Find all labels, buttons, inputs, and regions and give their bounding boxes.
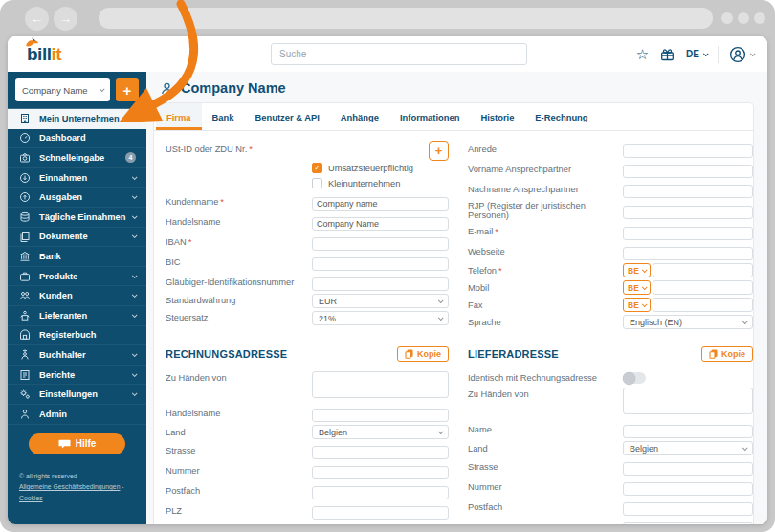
country-code-select[interactable]: BE xyxy=(623,298,651,312)
vorname-input[interactable] xyxy=(623,165,753,178)
plz-input[interactable] xyxy=(312,506,449,520)
mobil-input[interactable] xyxy=(653,280,753,295)
sidebar-item-label: Dashboard xyxy=(39,133,86,143)
copy-button-label: Kopie xyxy=(721,349,745,359)
tab-firma[interactable]: Firma xyxy=(156,103,202,130)
sidebar-item-label: Admin xyxy=(39,410,67,419)
country-code-select[interactable]: BE xyxy=(623,280,651,295)
copy-billing-button[interactable]: Kopie xyxy=(397,346,449,362)
chevron-down-icon xyxy=(132,371,138,377)
account-menu[interactable] xyxy=(729,46,754,63)
sidebar-item-berichte[interactable]: Berichte xyxy=(8,366,146,386)
sidebar-item-kunden[interactable]: Kunden xyxy=(8,286,146,306)
tab-e-rechnung[interactable]: E-Rechnung xyxy=(524,103,598,130)
identical-address-toggle[interactable] xyxy=(623,372,646,384)
tab-informationen[interactable]: Informationen xyxy=(389,103,471,130)
tab-historie[interactable]: Historie xyxy=(470,103,524,130)
anrede-input[interactable] xyxy=(623,144,753,158)
strasse-liefer-input[interactable] xyxy=(623,462,753,476)
search-input[interactable] xyxy=(271,43,527,65)
sidebar-item-admin[interactable]: Admin xyxy=(8,405,146,425)
land-liefer-select[interactable]: Belgien xyxy=(623,441,753,455)
sidebar-item-label: Ausgaben xyxy=(39,192,82,202)
handelsname-input[interactable] xyxy=(312,217,449,231)
checkbox-checked-icon[interactable] xyxy=(312,163,322,173)
standardwaehrung-select[interactable]: EUR xyxy=(312,294,449,308)
plus-icon: + xyxy=(435,144,443,158)
nummer-liefer-input[interactable] xyxy=(623,482,753,496)
sidebar-item-label: Registerbuch xyxy=(39,330,96,340)
field-bic: BIC xyxy=(166,254,449,271)
sprache-select[interactable]: Englisch (EN) xyxy=(623,315,753,329)
tab-anhaenge[interactable]: Anhänge xyxy=(330,103,389,130)
window-dot-icon[interactable] xyxy=(754,12,765,24)
copy-shipping-button[interactable]: Kopie xyxy=(701,346,753,362)
window-dot-icon[interactable] xyxy=(738,12,749,24)
chevron-down-icon xyxy=(642,301,648,307)
cookies-link[interactable]: Cookies xyxy=(19,495,43,501)
sidebar-nav: Mein Unternehmen Dashboard Schnelleingab… xyxy=(8,109,146,425)
checkbox-unchecked-icon[interactable] xyxy=(312,178,322,188)
accountant-icon xyxy=(19,349,31,361)
sidebar-item-einstellungen[interactable]: Einstellungen xyxy=(8,385,146,405)
sidebar-item-ausgaben[interactable]: Ausgaben xyxy=(8,188,146,208)
bic-input[interactable] xyxy=(312,257,449,271)
add-company-button[interactable]: + xyxy=(116,78,139,101)
steuersatz-select[interactable]: 21% xyxy=(312,311,449,325)
strasse-input[interactable] xyxy=(312,446,449,459)
sidebar-item-produkte[interactable]: Produkte xyxy=(8,267,146,287)
sidebar-item-mein-unternehmen[interactable]: Mein Unternehmen xyxy=(8,109,146,129)
handelsname-rechnung-input[interactable] xyxy=(312,409,449,422)
sidebar-item-einnahmen[interactable]: Einnahmen xyxy=(8,168,146,188)
language-selector[interactable]: DE xyxy=(686,49,707,59)
zu-haenden-von-liefer-textarea[interactable] xyxy=(623,388,753,414)
nummer-input[interactable] xyxy=(312,466,449,479)
nachname-input[interactable] xyxy=(623,185,753,198)
tab-benutzer-api[interactable]: Benutzer & API xyxy=(244,103,329,130)
zu-haenden-von-textarea[interactable] xyxy=(312,371,449,398)
sidebar-item-registerbuch[interactable]: Registerbuch xyxy=(8,326,146,346)
sidebar-item-label: Kunden xyxy=(39,291,73,300)
gift-icon[interactable] xyxy=(659,47,675,62)
sidebar-item-bank[interactable]: Bank xyxy=(8,247,146,267)
sidebar-item-schnelleingabe[interactable]: Schnelleingabe 4 xyxy=(8,148,146,168)
webseite-input[interactable] xyxy=(623,247,753,260)
help-button[interactable]: Hilfe xyxy=(29,433,125,454)
iban-input[interactable] xyxy=(312,237,449,251)
browser-back-button[interactable]: ← xyxy=(25,7,49,31)
sidebar-item-taegliche-einnahmen[interactable]: Tägliche Einnahmen xyxy=(8,208,146,228)
land-select[interactable]: Belgien xyxy=(312,425,449,439)
rjp-input[interactable] xyxy=(623,206,753,219)
browser-forward-button[interactable]: → xyxy=(54,7,78,31)
telefon-input[interactable] xyxy=(653,263,753,277)
star-icon[interactable]: ☆ xyxy=(636,47,649,61)
kundenname-input[interactable] xyxy=(312,197,449,211)
chevron-down-icon xyxy=(132,194,138,200)
postfach-liefer-input[interactable] xyxy=(623,502,753,516)
glaeubiger-id-input[interactable] xyxy=(312,277,449,291)
name-liefer-input[interactable] xyxy=(623,425,753,438)
sidebar-item-buchhalter[interactable]: Buchhalter xyxy=(8,345,146,366)
country-code-select[interactable]: BE xyxy=(623,263,651,277)
field-handelsname-rechnung: Handelsname xyxy=(166,405,449,422)
sidebar-item-dokumente[interactable]: Dokumente xyxy=(8,228,146,248)
field-strasse-liefer: Strasse xyxy=(468,458,753,476)
tab-bank[interactable]: Bank xyxy=(202,103,245,130)
sidebar-item-lieferanten[interactable]: Lieferanten xyxy=(8,306,146,326)
email-input[interactable] xyxy=(623,227,753,240)
plz-liefer-input[interactable] xyxy=(623,522,753,524)
field-steuersatz: Steuersatz 21% xyxy=(166,311,449,325)
fax-input[interactable] xyxy=(653,298,753,312)
company-select[interactable]: Company Name xyxy=(15,78,110,101)
field-ort-rechnung: Ort xyxy=(166,522,449,524)
postfach-input[interactable] xyxy=(312,486,449,499)
terms-link[interactable]: Allgemeine Geschäftsbedingungen xyxy=(19,483,120,490)
address-bar[interactable] xyxy=(99,8,713,29)
window-dot-icon[interactable] xyxy=(721,12,733,24)
sidebar-item-dashboard[interactable]: Dashboard xyxy=(8,129,146,149)
billit-logo[interactable]: billit xyxy=(27,44,61,65)
chevron-down-icon xyxy=(642,284,648,290)
chevron-down-icon xyxy=(742,319,748,324)
company-form: USt-ID oder ZDU Nr.* + Umsatzsteuerpflic… xyxy=(154,131,753,332)
add-vat-button[interactable]: + xyxy=(429,141,449,161)
